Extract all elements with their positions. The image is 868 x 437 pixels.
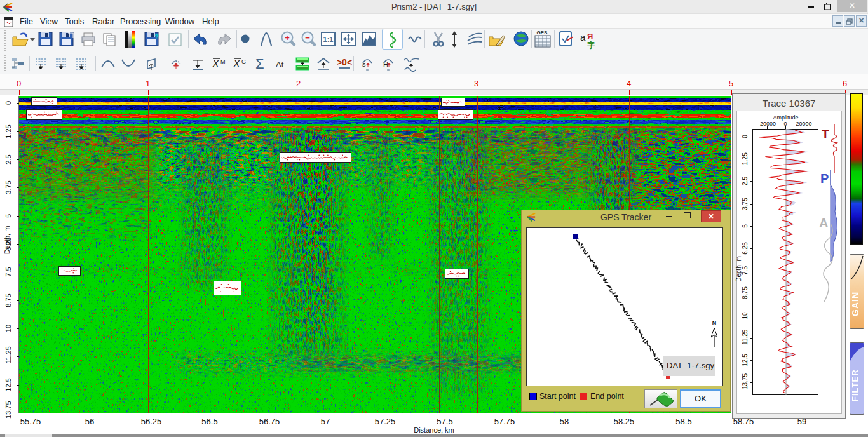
svg-text:−: − — [305, 33, 310, 43]
svg-text:s: s — [362, 60, 366, 68]
svg-text:Δt: Δt — [276, 60, 284, 69]
svg-text:GPS: GPS — [537, 30, 548, 36]
svg-text:Я: Я — [587, 32, 593, 41]
svg-text:字: 字 — [587, 41, 595, 50]
svg-text:?: ? — [154, 33, 159, 41]
svg-text:X: X — [233, 58, 241, 69]
svg-text:M: M — [220, 58, 226, 65]
svg-text:N: N — [712, 319, 717, 326]
svg-text:Σ: Σ — [255, 56, 264, 72]
svg-text:1:1: 1:1 — [323, 36, 334, 43]
svg-text:>0<: >0< — [337, 57, 352, 67]
svg-text:a: a — [580, 32, 586, 43]
svg-text:G: G — [241, 58, 246, 65]
svg-text:+: + — [285, 33, 290, 43]
svg-text:X: X — [212, 58, 220, 69]
svg-text:H: H — [383, 60, 388, 68]
